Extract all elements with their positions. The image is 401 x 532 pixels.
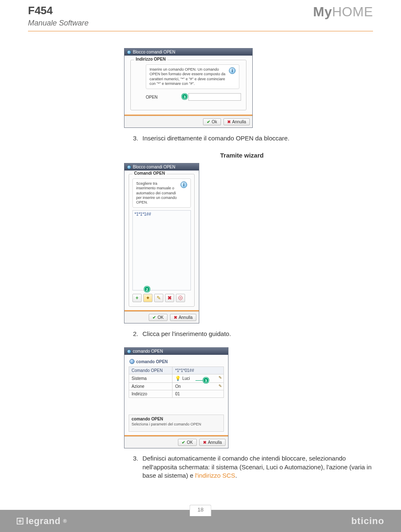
legrand-mark-icon	[17, 518, 23, 524]
step-2: 2. Clicca per l'inserimento guidato.	[132, 330, 373, 337]
cancel-label: Annulla	[232, 120, 246, 124]
cell-key: Comando OPEN	[129, 367, 173, 374]
cell-value-sistema[interactable]: 💡Luci✎	[173, 374, 224, 383]
cancel-button[interactable]: ✖Annulla	[223, 118, 250, 125]
brand-logo: MyHOME	[313, 4, 373, 20]
add-button[interactable]: +	[132, 294, 142, 302]
step-text-a: Definisci automaticamente il comando che…	[142, 455, 372, 479]
app-icon	[127, 349, 131, 354]
cross-icon: ✖	[174, 315, 177, 320]
info-text: Inserire un comando OPEN. Un comando OPE…	[150, 67, 226, 86]
ok-label: OK	[157, 315, 163, 320]
check-icon: ✔	[182, 440, 185, 445]
cross-icon: ✖	[203, 440, 206, 445]
ok-label: Ok	[212, 120, 217, 124]
brand-suffix: HOME	[332, 4, 373, 19]
delete-button[interactable]: ✖	[165, 294, 174, 302]
dialog-blocco-open: Blocco comandi OPEN Indirizzo OPEN Inser…	[124, 48, 253, 128]
bticino-logo: bticino	[351, 516, 384, 527]
cell-value-indirizzo[interactable]: 01	[173, 390, 224, 398]
info-icon: i	[229, 67, 236, 74]
step-3b: 3. Definisci automaticamente il comando …	[132, 454, 373, 480]
cell-text: Luci	[182, 376, 190, 381]
brand-prefix: My	[313, 4, 332, 19]
dialog-button-bar: ✔OK ✖Annulla	[124, 311, 199, 323]
dialog-wizard: Blocco comandi OPEN Comandi OPEN Sceglie…	[124, 163, 199, 323]
fieldset-legend: Comandi OPEN	[132, 171, 167, 176]
callout-badge-2: 2	[144, 286, 150, 292]
pencil-icon: ✎	[218, 375, 222, 380]
cell-key: Indirizzo	[129, 390, 173, 398]
product-code: F454	[28, 4, 89, 17]
dialog-titlebar: Blocco comandi OPEN	[124, 163, 199, 171]
fieldset-legend: Indirizzo OPEN	[134, 57, 168, 61]
hint-title: comando OPEN	[132, 417, 221, 421]
table-row: Azione On✎	[129, 383, 224, 390]
fieldset-comandi-open: Comandi OPEN Scegliere tra inserimento m…	[129, 174, 195, 307]
dialog-button-bar: ✔Ok ✖Annulla	[124, 116, 252, 127]
legrand-logo: legrand®	[17, 516, 67, 527]
pencil-icon: ✎	[218, 384, 222, 388]
hint-text: Seleziona i parametri del comando OPEN	[132, 422, 201, 426]
cancel-button[interactable]: ✖Annulla	[199, 439, 226, 446]
info-box: Inserire un comando OPEN. Un comando OPE…	[146, 64, 239, 89]
table-row: Sistema 💡Luci✎	[129, 374, 224, 383]
dialog-comando-open: comando OPEN comando OPEN Comando OPEN *…	[124, 347, 228, 448]
info-text: Scegliere tra inserimento manuale o auto…	[136, 181, 177, 205]
step-number: 3.	[132, 135, 138, 142]
globe-icon	[129, 359, 135, 364]
page-footer: legrand® 18 bticino	[0, 510, 401, 532]
ok-button[interactable]: ✔Ok	[203, 118, 221, 125]
info-box: Scegliere tra inserimento manuale o auto…	[132, 178, 191, 208]
cell-value-azione[interactable]: On✎	[173, 383, 224, 390]
page-number-tab: 18	[190, 505, 211, 516]
delete-all-button[interactable]: ⮾	[176, 294, 185, 302]
step-number: 3.	[132, 454, 138, 480]
manual-subtitle: Manuale Software	[28, 19, 89, 28]
section-heading-wizard: Tramite wizard	[124, 152, 373, 159]
bulb-icon: 💡	[175, 376, 181, 381]
cell-key: Sistema	[129, 374, 173, 383]
open-command-list[interactable]: *1*1*1##	[132, 210, 191, 290]
grid-heading: comando OPEN	[129, 359, 224, 364]
wizard-button[interactable]: ✦	[143, 294, 152, 302]
step-3a: 3. Inserisci direttamente il comando OPE…	[132, 135, 373, 142]
fieldset-indirizzo-open: Indirizzo OPEN Inserire un comando OPEN.…	[130, 60, 246, 110]
info-icon: i	[180, 181, 187, 188]
hint-bar: comando OPEN Seleziona i parametri del c…	[129, 415, 224, 432]
open-label: OPEN	[146, 95, 179, 99]
header-left: F454 Manuale Software	[28, 4, 89, 28]
callout-connector	[195, 380, 204, 381]
table-row: Comando OPEN *1*1*01##	[129, 367, 224, 374]
cancel-label: Annulla	[179, 315, 193, 320]
grid-heading-text: comando OPEN	[136, 359, 168, 364]
cell-text: 01	[175, 392, 180, 396]
cancel-button[interactable]: ✖Annulla	[170, 314, 196, 321]
open-command-grid: Comando OPEN *1*1*01## Sistema 💡Luci✎ Az…	[129, 367, 224, 398]
dialog-title-text: Blocco comandi OPEN	[133, 50, 175, 54]
list-item: *1*1*1##	[135, 212, 151, 216]
cell-key: Azione	[129, 383, 173, 390]
cancel-label: Annulla	[208, 440, 222, 445]
dialog-titlebar: Blocco comandi OPEN	[124, 48, 252, 56]
step-number: 2.	[132, 330, 138, 337]
legrand-text: legrand	[26, 516, 61, 527]
dialog-title-text: comando OPEN	[133, 349, 163, 354]
callout-badge-3: 3	[182, 94, 188, 99]
ok-button[interactable]: ✔OK	[178, 439, 196, 446]
check-icon: ✔	[152, 315, 156, 320]
dialog-title-text: Blocco comandi OPEN	[133, 165, 175, 169]
open-command-input[interactable]	[188, 93, 241, 101]
ok-label: OK	[187, 440, 193, 445]
ok-button[interactable]: ✔OK	[149, 314, 167, 321]
check-icon: ✔	[207, 120, 210, 124]
edit-button[interactable]: ✎	[154, 294, 163, 302]
cross-icon: ✖	[227, 120, 231, 124]
cell-text: On	[175, 384, 180, 389]
cell-text: *1*1*01##	[175, 368, 194, 373]
wizard-toolbar: 2 + ✦ ✎ ✖ ⮾	[132, 294, 191, 302]
page-number: 18	[198, 507, 203, 513]
dialog-titlebar: comando OPEN	[124, 348, 228, 355]
dialog-button-bar: ✔OK ✖Annulla	[124, 436, 228, 448]
scs-address-link[interactable]: l'indirizzo SCS	[195, 472, 235, 479]
